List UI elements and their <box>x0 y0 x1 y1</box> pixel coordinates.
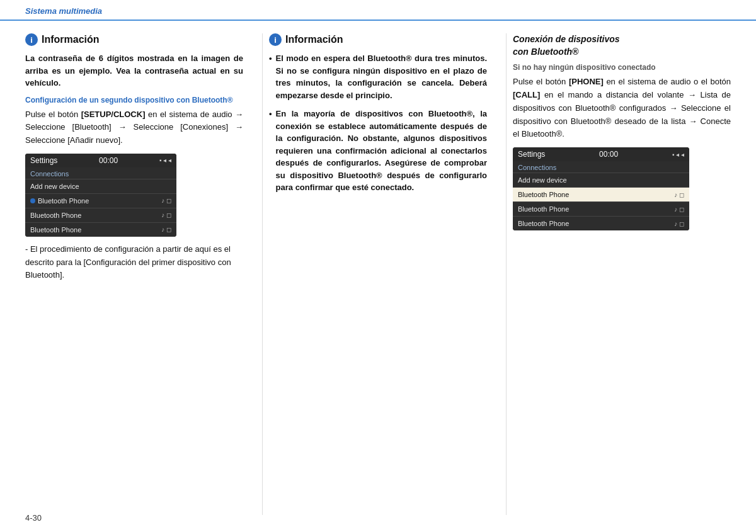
right-screen-header: Settings 00:00 ▪ ◂ ◂ <box>513 147 689 161</box>
right-text-call-bold: [CALL] <box>513 90 540 99</box>
header-title: Sistema multimedia <box>25 6 102 16</box>
divider-left-mid <box>262 33 263 515</box>
left-section-text: Pulse el botón [SETUP/CLOCK] en el siste… <box>25 108 243 147</box>
left-screen-item-2: Bluetooth Phone ♪ ◻ <box>25 222 176 237</box>
right-column: Conexión de dispositivos con Bluetooth® … <box>513 33 731 515</box>
left-item-0-icons: ♪ ◻ <box>161 197 171 204</box>
right-screen-body: Connections Add new device Bluetooth Pho… <box>513 161 689 230</box>
middle-info-box-title: i Información <box>269 33 487 46</box>
right-subtitle: Si no hay ningún dispositivo conectado <box>513 63 731 72</box>
left-screen-title: Settings <box>30 156 57 165</box>
right-item-0-icons: ♪ ◻ <box>674 191 684 198</box>
divider-mid-right <box>506 33 507 515</box>
right-item-2-icons: ♪ ◻ <box>674 220 684 227</box>
middle-bullet-list: El modo en espera del Bluetooth® dura tr… <box>269 52 487 194</box>
right-title-line1: Conexión de dispositivos <box>513 34 620 44</box>
left-screen-item-0: Bluetooth Phone ♪ ◻ <box>25 193 176 208</box>
header-bar: Sistema multimedia <box>0 0 756 21</box>
middle-bullet-1: En la mayoría de dispositivos con Blueto… <box>269 108 487 194</box>
right-screen-title: Settings <box>518 150 545 159</box>
left-screen-item-1: Bluetooth Phone ♪ ◻ <box>25 208 176 222</box>
left-screen-time: 00:00 <box>99 156 118 165</box>
left-screen-connections: Connections <box>25 167 176 179</box>
right-screen-item-0: Bluetooth Phone ♪ ◻ <box>513 187 689 201</box>
left-info-body: La contraseña de 6 dígitos mostrada en l… <box>25 52 243 89</box>
left-info-body-text: La contraseña de 6 dígitos mostrada en l… <box>25 52 243 89</box>
left-screen-body: Connections Add new device Bluetooth Pho… <box>25 167 176 237</box>
middle-bullet-0: El modo en espera del Bluetooth® dura tr… <box>269 52 487 101</box>
right-section-title: Conexión de dispositivos con Bluetooth® <box>513 33 731 58</box>
left-item-1-icons: ♪ ◻ <box>161 212 171 218</box>
right-screen-time: 00:00 <box>599 150 618 159</box>
right-screen-item-1: Bluetooth Phone ♪ ◻ <box>513 201 689 216</box>
main-content: i Información La contraseña de 6 dígitos… <box>0 21 756 528</box>
left-screen-header: Settings 00:00 ▪ ◂ ◂ <box>25 154 176 167</box>
left-item-2-text: Bluetooth Phone <box>30 226 81 234</box>
left-screen-add-new: Add new device <box>25 179 176 193</box>
right-item-0-text: Bluetooth Phone <box>518 191 569 198</box>
left-section-setup-bold: [SETUP/CLOCK] <box>81 110 146 119</box>
left-screen-header-icons: ▪ ◂ ◂ <box>159 157 171 164</box>
blue-dot-0 <box>30 198 35 203</box>
right-item-1-text: Bluetooth Phone <box>518 205 569 213</box>
page-number: 4-30 <box>25 513 42 523</box>
left-note-text: - El procedimiento de configuración a pa… <box>25 243 243 282</box>
left-info-title: Información <box>42 34 100 45</box>
left-item-2-icons: ♪ ◻ <box>161 226 171 233</box>
right-screen-add-new: Add new device <box>513 173 689 187</box>
right-screen-connections: Connections <box>513 161 689 173</box>
right-text-part1: Pulse el botón <box>513 77 569 86</box>
right-text-phone-bold: [PHONE] <box>569 77 604 86</box>
left-screen-mockup: Settings 00:00 ▪ ◂ ◂ Connections Add new… <box>25 154 176 237</box>
right-title-line2: con Bluetooth® <box>513 47 578 57</box>
info-icon-middle: i <box>269 33 282 46</box>
right-conn-text: Pulse el botón [PHONE] en el sistema de … <box>513 76 731 141</box>
info-icon-left: i <box>25 33 38 46</box>
right-item-2-text: Bluetooth Phone <box>518 220 569 227</box>
left-item-0-text: Bluetooth Phone <box>38 197 89 205</box>
middle-column: i Información El modo en espera del Blue… <box>269 33 500 515</box>
left-item-1-text: Bluetooth Phone <box>30 212 81 219</box>
right-item-1-icons: ♪ ◻ <box>674 206 684 213</box>
left-column: i Información La contraseña de 6 dígitos… <box>25 33 256 515</box>
right-screen-item-2: Bluetooth Phone ♪ ◻ <box>513 216 689 230</box>
left-section-text-1: Pulse el botón <box>25 110 81 119</box>
left-info-box-title: i Información <box>25 33 243 46</box>
right-screen-mockup: Settings 00:00 ▪ ◂ ◂ Connections Add new… <box>513 147 689 230</box>
left-section-subtitle: Configuración de un segundo dispositivo … <box>25 96 243 105</box>
right-text-part3: en el mando a distancia del volante → Li… <box>513 90 731 139</box>
middle-info-title: Información <box>285 34 343 45</box>
right-text-part2: en el sistema de audio o el botón <box>604 77 731 86</box>
right-screen-header-icons: ▪ ◂ ◂ <box>672 151 684 158</box>
